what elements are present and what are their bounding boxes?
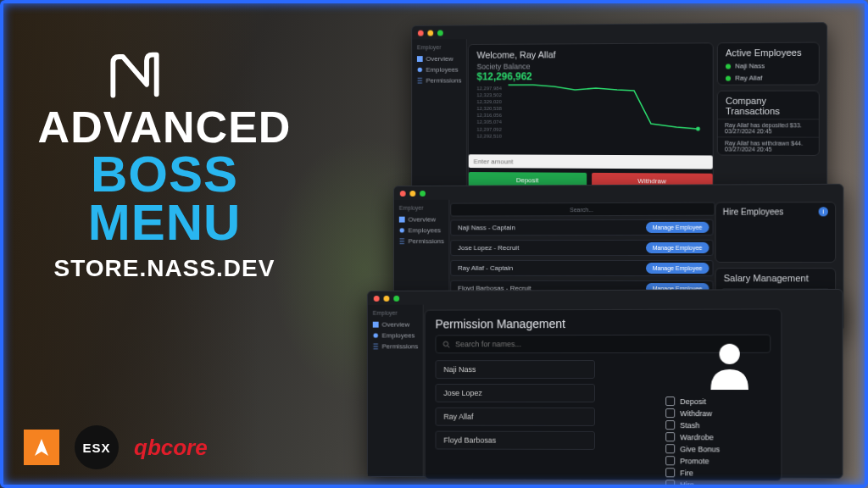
zoom-icon[interactable] [437, 30, 443, 36]
perm-people-list: Naji Nass Jose Lopez Ray Allaf Floyd Bar… [435, 360, 595, 450]
fivem-logo-icon [24, 430, 59, 465]
employee-row: Jose Lopez - RecruitManage Employee [450, 240, 713, 256]
svg-point-9 [720, 344, 740, 364]
tx-title: Company Transactions [718, 92, 819, 119]
esx-logo: ESX [75, 425, 119, 469]
minimize-icon[interactable] [409, 190, 415, 196]
balance-panel: Welcome, Ray Allaf Society Balance $12,2… [468, 42, 714, 190]
perm-check-hire[interactable]: Hire [665, 480, 820, 488]
employee-row: Ray Allaf - CaptainManage Employee [450, 260, 713, 276]
status-dot-icon [726, 64, 731, 69]
minimize-icon[interactable] [384, 295, 390, 301]
svg-point-7 [443, 341, 448, 346]
avatar-icon [704, 339, 755, 390]
amount-input[interactable] [469, 154, 713, 169]
welcome-text: Welcome, Ray Allaf [477, 48, 704, 59]
sidebar-header: Employer [417, 44, 466, 50]
sidebar-item-employees[interactable]: Employees [373, 330, 423, 341]
search-icon [442, 341, 450, 348]
manage-button[interactable]: Manage Employee [646, 222, 709, 233]
svg-rect-5 [373, 322, 379, 328]
perm-check-fire[interactable]: Fire [665, 468, 820, 478]
zoom-icon[interactable] [393, 295, 399, 301]
svg-line-8 [448, 346, 449, 347]
perm-person[interactable]: Naji Nass [435, 360, 595, 379]
sidebar-item-overview[interactable]: Overview [417, 53, 466, 64]
perm-check-wardrobe[interactable]: Wardrobe [665, 432, 820, 441]
close-icon[interactable] [418, 30, 424, 36]
perm-person[interactable]: Floyd Barbosas [435, 431, 595, 450]
qbcore-logo: qbcore [134, 435, 208, 461]
sidebar-item-permissions[interactable]: Permissions [373, 341, 423, 352]
titlebar [394, 185, 843, 200]
employee-search[interactable]: Search... [450, 202, 715, 217]
promo-line2: BOSS MENU [29, 150, 300, 247]
zoom-icon[interactable] [420, 190, 426, 196]
status-dot-icon [726, 75, 731, 80]
sidebar: Employer Overview Employees Permissions [412, 39, 467, 192]
info-icon[interactable]: i [819, 207, 828, 216]
promo-line1: ADVANCED [29, 107, 300, 148]
active-employee: Naji Nass [718, 60, 819, 73]
sidebar-item-overview[interactable]: Overview [373, 319, 423, 330]
titlebar [368, 290, 843, 305]
permission-panel: Permission Management Search for names..… [425, 308, 782, 480]
active-employee: Ray Allaf [718, 72, 819, 85]
employee-row: Naji Nass - CaptainManage Employee [450, 219, 713, 236]
perm-check-promote[interactable]: Promote [665, 456, 820, 466]
perm-person[interactable]: Ray Allaf [435, 408, 595, 426]
salary-title: Salary Management [716, 269, 836, 286]
perm-check-deposit[interactable]: Deposit [665, 396, 820, 406]
minimize-icon[interactable] [427, 30, 433, 36]
window-permissions: Employer Overview Employees Permissions … [367, 289, 843, 479]
promo-block: ADVANCED BOSS MENU STORE.NASS.DEV [29, 51, 300, 282]
sidebar: Employer Overview Employees Permissions [368, 305, 424, 476]
sidebar-item-permissions[interactable]: Permissions [417, 75, 466, 86]
active-employees-panel: Active Employees Naji Nass Ray Allaf [717, 42, 820, 86]
balance-chart [509, 69, 703, 138]
tx-row: Ray Allaf has deposited $33. 03/27/2024 … [718, 119, 819, 136]
promo-line3: STORE.NASS.DEV [29, 255, 300, 282]
hire-title: Hire Employees [723, 207, 784, 216]
brand-row: ESX qbcore [24, 425, 208, 469]
tx-row: Ray Allaf has withdrawn $44. 03/27/2024 … [718, 136, 819, 155]
perm-check-stash[interactable]: Stash [665, 420, 820, 430]
close-icon[interactable] [400, 191, 406, 197]
sidebar-header: Employer [399, 205, 449, 211]
svg-point-4 [399, 228, 403, 233]
perm-check-bonus[interactable]: Give Bonus [665, 444, 820, 454]
hire-panel: Hire Employeesi [715, 202, 837, 263]
sidebar-item-overview[interactable]: Overview [399, 214, 449, 225]
perm-detail: Deposit Withdraw Stash Wardrobe Give Bon… [640, 339, 820, 488]
svg-rect-3 [399, 217, 405, 223]
perm-check-withdraw[interactable]: Withdraw [665, 408, 820, 418]
close-icon[interactable] [374, 295, 380, 301]
nass-logo-icon [105, 51, 164, 102]
sidebar-header: Employer [373, 310, 423, 316]
svg-rect-0 [417, 56, 423, 62]
transactions-panel: Company Transactions Ray Allaf has depos… [717, 91, 820, 156]
active-title: Active Employees [718, 43, 819, 61]
perm-person[interactable]: Jose Lopez [435, 384, 595, 402]
hero-stage: ADVANCED BOSS MENU STORE.NASS.DEV ESX qb… [0, 0, 868, 488]
perm-title: Permission Management [426, 309, 782, 335]
manage-button[interactable]: Manage Employee [646, 242, 709, 253]
svg-point-2 [696, 127, 700, 131]
sidebar-item-permissions[interactable]: Permissions [399, 236, 449, 247]
sidebar-item-employees[interactable]: Employees [417, 64, 466, 75]
manage-button[interactable]: Manage Employee [646, 263, 709, 274]
window-overview: Employer Overview Employees Permissions … [411, 22, 827, 197]
sidebar-item-employees[interactable]: Employees [399, 225, 449, 236]
svg-point-6 [373, 333, 377, 338]
svg-point-1 [418, 68, 422, 73]
